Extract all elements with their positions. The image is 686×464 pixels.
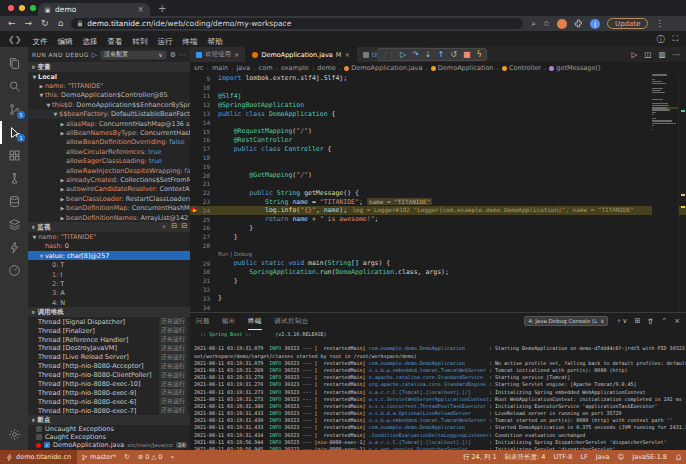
thread-row[interactable]: Thread [http-nio-8080-ClientPoller]正在运行 <box>28 371 190 380</box>
collapse-all-icon[interactable]: ⊟ <box>181 222 187 232</box>
menu-item-终端[interactable]: 终端 <box>177 37 202 46</box>
extensions-icon[interactable] <box>0 144 28 167</box>
breadcrumb-item[interactable]: DemoApplication.java <box>344 64 422 72</box>
watch-row[interactable]: hash:0 <box>28 242 190 251</box>
expand-chevron-icon[interactable]: ▶ <box>59 121 66 127</box>
editor-tab-欢迎使用[interactable]: 欢迎使用× <box>190 47 246 62</box>
remote-indicator[interactable]: demo.titanide.cn <box>0 450 77 464</box>
expand-chevron-icon[interactable]: ▶ <box>59 215 66 221</box>
breadcrumb-item[interactable]: DemoApplication <box>431 64 494 72</box>
close-tab-icon[interactable]: × <box>137 5 144 14</box>
breakpoint-row[interactable]: Caught Exceptions <box>28 433 190 441</box>
git-branch-indicator[interactable]: master* <box>77 453 120 461</box>
gutter-glyph[interactable] <box>190 188 198 197</box>
code-editor[interactable]: 9import lombok.extern.slf4j.Slf4j;1011@S… <box>190 74 686 312</box>
breadcrumb-item[interactable]: demo <box>317 64 335 72</box>
gutter-glyph[interactable] <box>190 259 198 268</box>
variable-row[interactable]: ▶allBeanNamesByType:ConcurrentHashMap@13… <box>28 128 190 137</box>
thread-row[interactable]: Thread [http-nio-8080-exec-7]正在运行 <box>28 406 190 415</box>
variable-row[interactable]: ▶autowireCandidateResolver:ContextAnnota… <box>28 185 190 194</box>
breakpoint-checkbox[interactable] <box>36 434 42 440</box>
breakpoint-row[interactable]: ✓DemoApplication.javasrc/main/java/com/e… <box>28 441 190 449</box>
stop-icon[interactable]: ■ <box>463 50 471 59</box>
collapse-watch-icon[interactable]: ⊟ <box>171 222 177 232</box>
debug-config-select[interactable]: 没有配置∨ <box>100 50 166 60</box>
files-icon[interactable] <box>0 52 28 75</box>
expand-chevron-icon[interactable]: ▼ <box>38 253 45 259</box>
editor-tab-DemoApplication.java[interactable]: DemoApplication.javaM× <box>246 47 356 62</box>
thread-row[interactable]: Thread [http-nio-8080-exec-10]正在运行 <box>28 380 190 389</box>
variable-row[interactable]: ▶beanDefinitionMap:ConcurrentHashMap@141… <box>28 203 190 212</box>
chrome-update-button[interactable]: Update <box>607 18 648 29</box>
test-beaker-icon[interactable] <box>0 167 28 190</box>
expand-chevron-icon[interactable]: ▼ <box>38 92 45 98</box>
expand-chevron-icon[interactable]: ▶ <box>59 177 66 183</box>
toolbar-grip[interactable]: ⋮⋮ <box>382 51 394 59</box>
step-out-icon[interactable]: ↑ <box>438 50 445 59</box>
address-bar[interactable]: demo.titanide.cn/ide/web/coding/demo/my-… <box>71 18 523 29</box>
gutter-glyph[interactable] <box>190 232 198 241</box>
more-icon[interactable]: ⋯ <box>673 50 681 59</box>
encoding[interactable]: UTF-8 <box>550 453 577 461</box>
jdk-version[interactable]: JavaSE-1.8 <box>628 453 671 461</box>
watch-row[interactable]: 3:A <box>28 289 190 298</box>
layers-icon[interactable] <box>0 213 28 236</box>
variable-row[interactable]: ▶beanClassLoader:RestartClassLoader@140 <box>28 194 190 203</box>
thread-row[interactable]: Thread [Live Reload Server]正在运行 <box>28 353 190 362</box>
watch-row[interactable]: 4:N <box>28 298 190 307</box>
gutter-glyph[interactable] <box>190 74 198 83</box>
variable-row[interactable]: allowEagerClassLoading:true <box>28 157 190 166</box>
gutter-glyph[interactable] <box>190 294 198 303</box>
problems-indicator[interactable]: ⊘ 0 △ 0 <box>134 453 167 461</box>
gutter-glyph[interactable]: ▶ <box>190 206 198 215</box>
gutter-glyph[interactable] <box>190 215 198 224</box>
new-tab-button[interactable]: + <box>158 3 166 14</box>
variable-row[interactable]: ▼$$beanFactory:DefaultListableBeanFactor… <box>28 110 190 119</box>
minimize-window-button[interactable] <box>19 5 25 11</box>
expand-chevron-icon[interactable]: ▶ <box>59 205 66 211</box>
breadcrumb-item[interactable]: src <box>194 64 204 72</box>
breadcrumb-item[interactable]: getMessage() <box>549 64 600 72</box>
panel-tab-调试控制台[interactable]: 调试控制台 <box>274 313 309 330</box>
expand-chevron-icon[interactable]: ▶ <box>59 130 66 136</box>
thread-row[interactable]: Thread [http-nio-8080-exec-9]正在运行 <box>28 389 190 398</box>
gutter-glyph[interactable] <box>190 92 198 101</box>
gutter-glyph[interactable] <box>190 276 198 285</box>
gutter-glyph[interactable] <box>190 197 198 206</box>
panel-tab-终端[interactable]: 终端 <box>248 313 262 330</box>
thread-row[interactable]: Thread [DestroyJavaVM]正在运行 <box>28 344 190 353</box>
expand-chevron-icon[interactable]: ▼ <box>31 74 38 80</box>
gutter-glyph[interactable] <box>190 100 198 109</box>
new-terminal-icon[interactable]: ＋∨ <box>615 316 627 326</box>
back-button[interactable]: ← <box>8 16 16 31</box>
start-debug-icon[interactable]: ▷ <box>92 51 97 59</box>
callstack-section-header[interactable]: ∨调用堆栈 <box>28 307 190 317</box>
gutter-glyph[interactable] <box>190 171 198 180</box>
menu-item-文件[interactable]: 文件 <box>27 37 52 46</box>
variable-row[interactable]: allowCircularReferences:true <box>28 147 190 156</box>
menu-item-查看[interactable]: 查看 <box>102 37 127 46</box>
continue-icon[interactable]: ▷ <box>400 50 406 59</box>
variable-row[interactable]: ▶alreadyCreated:Collections$SetFromMap@1… <box>28 175 190 184</box>
browser-tab[interactable]: ▣ demo × <box>38 3 150 16</box>
watch-row[interactable]: 0:T <box>28 260 190 269</box>
watch-row[interactable]: ▼value:char[8]@257 <box>28 251 190 260</box>
debug-gear-icon[interactable]: ⚙ <box>170 51 176 59</box>
add-watch-icon[interactable]: ＋ <box>160 222 167 232</box>
menu-item-选择[interactable]: 选择 <box>77 37 102 46</box>
cursor-position[interactable]: 行 24, 列 1 <box>459 453 501 462</box>
gutter-glyph[interactable] <box>190 83 198 92</box>
expand-chevron-icon[interactable]: ▶ <box>59 196 66 202</box>
expand-chevron-icon[interactable]: ▶ <box>59 186 66 192</box>
zoom-window-button[interactable] <box>30 5 36 11</box>
breakpoint-checkbox[interactable]: ✓ <box>44 442 50 448</box>
zoom-lens-icon[interactable]: ⌕ <box>531 19 535 29</box>
bolt-icon[interactable] <box>0 236 28 259</box>
menu-item-编辑[interactable]: 编辑 <box>52 37 77 46</box>
gutter-glyph[interactable] <box>190 153 198 162</box>
maximize-panel-icon[interactable]: ⌃ <box>661 317 667 325</box>
variables-section-header[interactable]: ∨变量 <box>28 62 190 72</box>
watch-row[interactable]: ▼name:"TITANIDE" <box>28 232 190 241</box>
variable-row[interactable]: allowBeanDefinitionOverriding:false <box>28 138 190 147</box>
terminal-output[interactable]: :: Spring Boot :: (v2.3.10.RELEASE)2021-… <box>190 329 686 460</box>
